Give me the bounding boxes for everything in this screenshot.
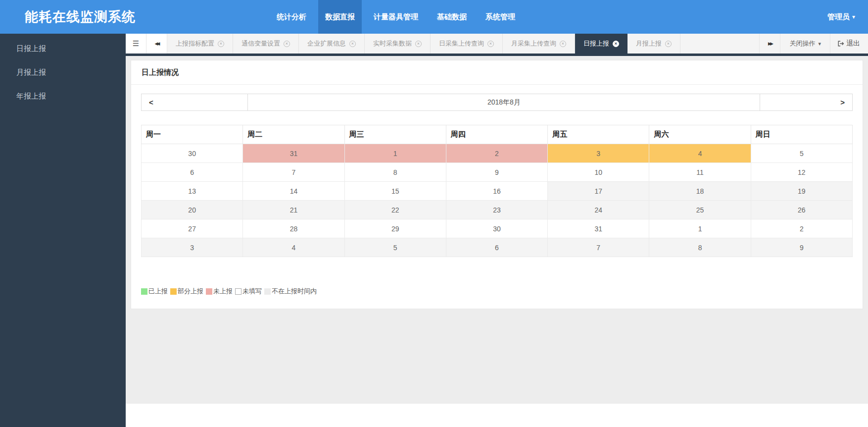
tab-label: 日采集上传查询 <box>439 39 484 48</box>
close-tab-icon[interactable]: × <box>613 41 619 47</box>
tab[interactable]: 实时采集数据× <box>365 34 431 53</box>
day-cell[interactable]: 14 <box>243 182 344 201</box>
calendar-legend: 已上报部分上报未上报未填写不在上报时间内 <box>141 287 853 296</box>
legend-item: 部分上报 <box>170 287 203 296</box>
close-tab-icon[interactable]: × <box>349 41 356 47</box>
day-cell[interactable]: 31 <box>548 219 649 238</box>
tab[interactable]: 月采集上传查询× <box>503 34 575 53</box>
day-cell[interactable]: 4 <box>649 144 751 163</box>
day-cell[interactable]: 15 <box>344 182 446 201</box>
day-cell[interactable]: 3 <box>548 144 649 163</box>
day-cell[interactable]: 4 <box>243 238 344 257</box>
nav-item[interactable]: 数据直报 <box>318 0 362 34</box>
nav-item[interactable]: 系统管理 <box>479 0 522 34</box>
day-cell[interactable]: 13 <box>142 182 243 201</box>
close-tab-icon[interactable]: × <box>284 41 290 47</box>
day-cell[interactable]: 20 <box>142 201 243 219</box>
tab[interactable]: 日采集上传查询× <box>431 34 503 53</box>
day-cell[interactable]: 11 <box>649 163 751 182</box>
legend-label: 部分上报 <box>178 287 203 296</box>
nav-item[interactable]: 计量器具管理 <box>367 0 425 34</box>
sidebar-toggle-button[interactable]: ☰ <box>126 34 146 53</box>
day-cell[interactable]: 7 <box>243 163 344 182</box>
tab[interactable]: 日报上报× <box>575 34 627 53</box>
sidebar-item[interactable]: 年报上报 <box>0 84 126 108</box>
main-area: ☰ ◀◀ 上报指标配置×通信变量设置×企业扩展信息×实时采集数据×日采集上传查询… <box>126 34 868 427</box>
legend-item: 未填写 <box>235 287 262 296</box>
day-cell[interactable]: 9 <box>446 163 547 182</box>
calendar-table: 周一周二周三周四周五周六周日 3031123456789101112131415… <box>141 125 853 257</box>
day-cell[interactable]: 8 <box>344 163 446 182</box>
tab[interactable]: 通信变量设置× <box>233 34 299 53</box>
day-cell[interactable]: 2 <box>446 144 547 163</box>
day-cell[interactable]: 24 <box>548 201 649 219</box>
calendar-week-row: 303112345 <box>142 144 853 163</box>
day-cell[interactable]: 9 <box>751 238 852 257</box>
day-cell[interactable]: 1 <box>344 144 446 163</box>
tab-label: 上报指标配置 <box>176 39 214 48</box>
day-cell[interactable]: 7 <box>548 238 649 257</box>
close-tab-icon[interactable]: × <box>218 41 224 47</box>
weekday-header: 周六 <box>649 125 751 144</box>
day-cell[interactable]: 26 <box>751 201 852 219</box>
day-cell[interactable]: 21 <box>243 201 344 219</box>
day-cell[interactable]: 6 <box>446 238 547 257</box>
day-cell[interactable]: 12 <box>751 163 852 182</box>
weekday-header: 周一 <box>142 125 243 144</box>
logout-icon <box>837 40 844 47</box>
user-menu-dropdown[interactable]: 管理员 ▾ <box>827 0 855 34</box>
user-label: 管理员 <box>827 12 850 22</box>
tab-label: 企业扩展信息 <box>307 39 346 48</box>
close-operations-dropdown[interactable]: 关闭操作 ▾ <box>780 34 830 53</box>
day-cell[interactable]: 18 <box>649 182 751 201</box>
tab[interactable]: 上报指标配置× <box>167 34 233 53</box>
day-cell[interactable]: 2 <box>751 219 852 238</box>
day-cell[interactable]: 30 <box>142 144 243 163</box>
legend-item: 已上报 <box>141 287 168 296</box>
daily-report-panel: 日上报情况 < 2018年8月 > 周一周二周三周四周五周六周日 3031123… <box>131 60 863 309</box>
day-cell[interactable]: 6 <box>142 163 243 182</box>
scroll-tabs-left-button[interactable]: ◀◀ <box>146 34 167 53</box>
prev-month-button[interactable]: < <box>142 94 248 110</box>
weekday-header: 周三 <box>344 125 446 144</box>
legend-swatch <box>235 288 241 295</box>
close-tab-icon[interactable]: × <box>560 41 566 47</box>
calendar-nav: < 2018年8月 > <box>141 94 853 111</box>
sidebar-item[interactable]: 月报上报 <box>0 60 126 84</box>
nav-item[interactable]: 统计分析 <box>270 0 313 34</box>
day-cell[interactable]: 29 <box>344 219 446 238</box>
day-cell[interactable]: 28 <box>243 219 344 238</box>
tab-label: 月报上报 <box>636 39 662 48</box>
nav-item[interactable]: 基础数据 <box>430 0 474 34</box>
day-cell[interactable]: 10 <box>548 163 649 182</box>
day-cell[interactable]: 1 <box>649 219 751 238</box>
day-cell[interactable]: 25 <box>649 201 751 219</box>
day-cell[interactable]: 27 <box>142 219 243 238</box>
day-cell[interactable]: 31 <box>243 144 344 163</box>
day-cell[interactable]: 5 <box>751 144 852 163</box>
day-cell[interactable]: 30 <box>446 219 547 238</box>
next-month-button[interactable]: > <box>760 94 852 110</box>
calendar-week-row: 20212223242526 <box>142 201 853 219</box>
logout-button[interactable]: 退出 <box>830 34 868 53</box>
day-cell[interactable]: 17 <box>548 182 649 201</box>
tab[interactable]: 企业扩展信息× <box>299 34 365 53</box>
close-tab-icon[interactable]: × <box>665 41 672 47</box>
weekday-header: 周四 <box>446 125 547 144</box>
scroll-tabs-right-button[interactable]: ▶▶ <box>759 34 780 53</box>
tab[interactable]: 月报上报× <box>627 34 680 53</box>
day-cell[interactable]: 22 <box>344 201 446 219</box>
day-cell[interactable]: 5 <box>344 238 446 257</box>
day-cell[interactable]: 16 <box>446 182 547 201</box>
close-tab-icon[interactable]: × <box>415 41 422 47</box>
day-cell[interactable]: 8 <box>649 238 751 257</box>
day-cell[interactable]: 19 <box>751 182 852 201</box>
app-header: 能耗在线监测系统 统计分析数据直报计量器具管理基础数据系统管理 管理员 ▾ <box>0 0 868 34</box>
day-cell[interactable]: 23 <box>446 201 547 219</box>
legend-item: 未上报 <box>206 287 233 296</box>
close-tab-icon[interactable]: × <box>487 41 494 47</box>
legend-label: 未上报 <box>213 287 233 296</box>
sidebar-item[interactable]: 日报上报 <box>0 37 126 60</box>
open-tabs: 上报指标配置×通信变量设置×企业扩展信息×实时采集数据×日采集上传查询×月采集上… <box>167 34 680 53</box>
day-cell[interactable]: 3 <box>142 238 243 257</box>
